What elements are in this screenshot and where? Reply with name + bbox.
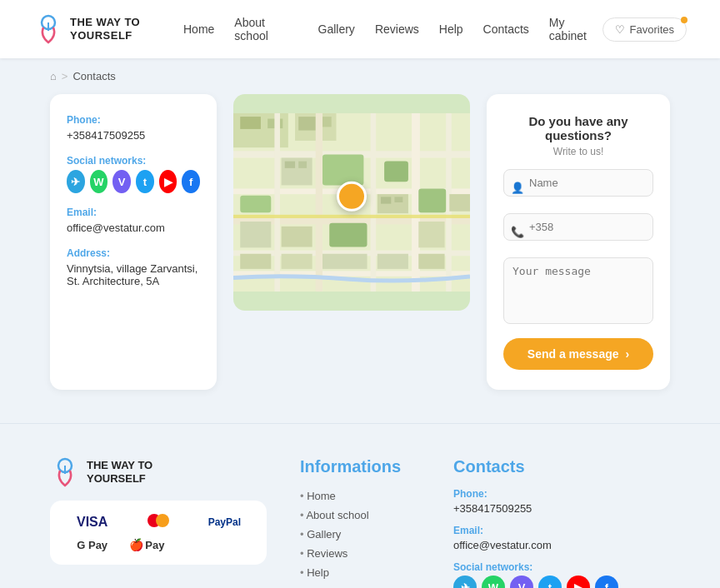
map-area[interactable] — [233, 94, 470, 311]
footer-informations: Informations Home About school Gallery R… — [300, 457, 420, 588]
svg-rect-19 — [384, 162, 408, 182]
name-input-wrap: 👤 — [503, 169, 653, 205]
footer-phone-label: Phone: — [453, 488, 670, 500]
footer: THE WAY TO YOURSELF VISA PayPal G Pay 🍎 … — [0, 423, 720, 588]
footer-logo-area: THE WAY TO YOURSELF VISA PayPal G Pay 🍎 … — [50, 457, 267, 588]
form-subtitle: Write to us! — [503, 146, 653, 157]
svg-rect-34 — [240, 254, 271, 269]
info-link-about[interactable]: About school — [300, 509, 420, 521]
info-link-gallery[interactable]: Gallery — [300, 528, 420, 541]
footer-telegram-icon[interactable]: ✈ — [453, 576, 477, 588]
footer-contacts: Contacts Phone: +358417509255 Email: off… — [453, 457, 670, 588]
svg-rect-30 — [449, 194, 470, 212]
logo-icon — [33, 14, 63, 44]
whatsapp-icon[interactable]: W — [90, 170, 108, 193]
contact-form: Do you have any questions? Write to us! … — [487, 94, 670, 390]
info-link-help[interactable]: Help — [300, 566, 420, 579]
svg-rect-35 — [322, 254, 368, 269]
payment-apay: 🍎 Pay — [129, 538, 187, 551]
address-value: Vinnytsia, village Zarvantsi,St. Archite… — [67, 262, 200, 287]
svg-rect-31 — [240, 222, 271, 247]
footer-email-label: Email: — [453, 525, 670, 536]
email-value: office@vestatur.com — [67, 222, 200, 234]
main-nav: Home About school Gallery Reviews Help C… — [183, 16, 602, 42]
svg-rect-22 — [329, 223, 367, 247]
nav-gallery[interactable]: Gallery — [318, 22, 355, 36]
footer-social-icons: ✈ W V t ▶ f — [453, 576, 670, 588]
nav-about[interactable]: About school — [234, 16, 298, 42]
info-link-home[interactable]: Home — [300, 490, 420, 502]
social-icons: ✈ W V t ▶ f — [67, 170, 200, 193]
favorites-label: Favorites — [630, 23, 674, 36]
favorites-dot — [681, 17, 688, 23]
home-icon: ⌂ — [50, 70, 57, 82]
address-label: Address: — [67, 247, 200, 259]
info-link-reviews[interactable]: Reviews — [300, 547, 420, 560]
nav-cabinet[interactable]: My cabinet — [549, 16, 602, 42]
nav-home[interactable]: Home — [183, 22, 214, 36]
svg-rect-6 — [298, 117, 316, 130]
svg-rect-33 — [378, 254, 408, 269]
svg-rect-37 — [282, 254, 312, 269]
contacts-title: Contacts — [453, 457, 670, 476]
map-pin — [337, 182, 367, 212]
payment-paypal: PayPal — [196, 516, 253, 528]
info-links-list: Home About school Gallery Reviews Help C… — [300, 490, 420, 588]
footer-youtube-icon[interactable]: ▶ — [567, 576, 590, 588]
main-content: Phone: +358417509255 Social networks: ✈ … — [0, 94, 720, 423]
contact-card: Phone: +358417509255 Social networks: ✈ … — [50, 94, 217, 390]
svg-rect-15 — [371, 113, 377, 292]
footer-logo-text: THE WAY TO YOURSELF — [87, 459, 152, 485]
send-button[interactable]: Send a message › — [503, 338, 653, 370]
informations-title: Informations — [300, 457, 420, 476]
send-label: Send a message — [528, 347, 619, 361]
svg-rect-28 — [394, 197, 402, 202]
viber-icon[interactable]: V — [112, 170, 131, 193]
svg-rect-25 — [298, 162, 307, 168]
footer-social-label: Social networks: — [453, 561, 670, 573]
message-input[interactable] — [503, 257, 653, 324]
telegram-icon[interactable]: ✈ — [67, 170, 85, 193]
facebook-icon[interactable]: f — [182, 170, 200, 193]
svg-rect-32 — [282, 227, 312, 247]
svg-rect-18 — [322, 154, 363, 185]
name-input[interactable] — [503, 169, 653, 197]
payment-visa: VISA — [63, 515, 121, 530]
footer-twitter-icon[interactable]: t — [538, 576, 562, 588]
svg-rect-20 — [418, 189, 446, 213]
phone-icon: 📞 — [511, 225, 524, 237]
footer-facebook-icon[interactable]: f — [595, 576, 618, 588]
form-title: Do you have any questions? — [503, 114, 653, 142]
logo[interactable]: THE WAY TO YOURSELF — [33, 14, 183, 44]
arrow-icon: › — [626, 347, 630, 361]
footer-whatsapp-icon[interactable]: W — [482, 576, 505, 588]
heart-icon: ♡ — [615, 23, 625, 36]
payment-mastercard — [129, 514, 187, 530]
svg-rect-14 — [316, 113, 322, 292]
header: THE WAY TO YOURSELF Home About school Ga… — [0, 0, 720, 58]
favorites-button[interactable]: ♡ Favorites — [602, 17, 687, 42]
phone-input[interactable] — [503, 213, 653, 241]
footer-logo-row: THE WAY TO YOURSELF — [50, 457, 267, 487]
footer-email-value: office@vestatur.com — [453, 539, 670, 551]
svg-rect-13 — [274, 113, 280, 292]
svg-rect-36 — [418, 254, 444, 269]
nav-reviews[interactable]: Reviews — [375, 22, 419, 36]
footer-viber-icon[interactable]: V — [510, 576, 533, 588]
payment-gpay: G Pay — [63, 539, 121, 551]
nav-help[interactable]: Help — [439, 22, 463, 36]
svg-rect-38 — [233, 215, 470, 218]
svg-rect-27 — [381, 197, 391, 203]
svg-rect-3 — [240, 117, 261, 129]
logo-text: THE WAY TO YOURSELF — [70, 16, 140, 42]
phone-input-wrap: 📞 — [503, 213, 653, 249]
payment-methods: VISA PayPal G Pay 🍎 Pay — [50, 501, 267, 565]
twitter-icon[interactable]: t — [136, 170, 154, 193]
person-icon: 👤 — [511, 181, 524, 193]
email-label: Email: — [67, 207, 200, 218]
footer-phone-value: +358417509255 — [453, 502, 670, 515]
breadcrumb-current: Contacts — [72, 70, 115, 82]
youtube-icon[interactable]: ▶ — [159, 170, 178, 193]
nav-contacts[interactable]: Contacts — [483, 22, 529, 36]
phone-label: Phone: — [67, 114, 200, 126]
